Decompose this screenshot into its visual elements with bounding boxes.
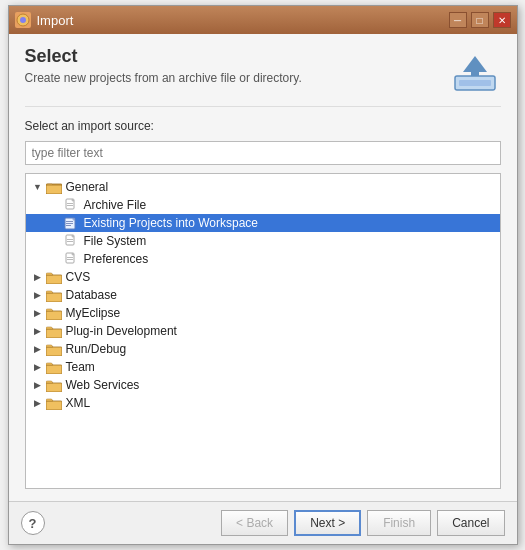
tree-item-run-debug[interactable]: Run/Debug [26,340,500,358]
tree-icon-existing-projects [64,216,80,230]
tree-arrow-web-services [32,379,44,391]
svg-rect-19 [67,257,73,258]
tree-item-cvs[interactable]: CVS [26,268,500,286]
tree-arrow-team [32,361,44,373]
svg-rect-14 [66,225,71,226]
tree-arrow-general [32,181,44,193]
tree-icon-file-system [64,234,80,248]
filter-input[interactable] [25,141,501,165]
header-icon [449,46,501,98]
tree-arrow-run-debug [32,343,44,355]
titlebar-left: Import [15,12,74,28]
svg-rect-9 [67,203,73,204]
svg-rect-27 [46,383,62,392]
tree-icon-archive-file [64,198,80,212]
close-button[interactable]: ✕ [493,12,511,28]
tree-icon-plugin-dev [46,325,62,338]
tree-item-myeclipse[interactable]: MyEclipse [26,304,500,322]
svg-point-1 [20,17,26,23]
tree-label-run-debug: Run/Debug [66,342,127,356]
help-button[interactable]: ? [21,511,45,535]
svg-rect-21 [46,275,62,284]
tree-label-team: Team [66,360,95,374]
tree-item-web-services[interactable]: Web Services [26,376,500,394]
source-label: Select an import source: [25,119,501,133]
maximize-button[interactable]: □ [471,12,489,28]
window-controls: ─ □ ✕ [449,12,511,28]
tree-label-archive-file: Archive File [84,198,147,212]
tree-item-team[interactable]: Team [26,358,500,376]
footer-buttons: < Back Next > Finish Cancel [221,510,504,536]
svg-rect-17 [67,241,73,242]
cancel-button[interactable]: Cancel [437,510,504,536]
svg-rect-22 [46,293,62,302]
tree-icon-general [46,181,62,194]
app-icon [15,12,31,28]
tree-item-archive-file[interactable]: Archive File [26,196,500,214]
header-section: Select Create new projects from an archi… [25,46,501,107]
tree-arrow-xml [32,397,44,409]
back-button[interactable]: < Back [221,510,288,536]
tree-label-web-services: Web Services [66,378,140,392]
import-dialog: Import ─ □ ✕ Select Create new projects … [8,5,518,545]
tree-label-cvs: CVS [66,270,91,284]
minimize-button[interactable]: ─ [449,12,467,28]
svg-rect-13 [66,223,73,224]
tree-icon-web-services [46,379,62,392]
svg-rect-28 [46,401,62,410]
tree-item-file-system[interactable]: File System [26,232,500,250]
footer-left: ? [21,511,45,535]
page-title: Select [25,46,302,67]
tree-label-existing-projects: Existing Projects into Workspace [84,216,259,230]
svg-rect-12 [66,221,73,222]
page-subtitle: Create new projects from an archive file… [25,71,302,85]
tree-item-database[interactable]: Database [26,286,500,304]
tree-label-file-system: File System [84,234,147,248]
tree-item-existing-projects[interactable]: Existing Projects into Workspace [26,214,500,232]
finish-button[interactable]: Finish [367,510,431,536]
svg-rect-20 [67,259,73,260]
tree-arrow-database [32,289,44,301]
tree-arrow-cvs [32,271,44,283]
next-button[interactable]: Next > [294,510,361,536]
svg-rect-26 [46,365,62,374]
svg-rect-10 [67,205,73,206]
svg-rect-16 [67,239,73,240]
tree-icon-database [46,289,62,302]
footer: ? < Back Next > Finish Cancel [9,501,517,544]
svg-rect-7 [46,185,62,194]
header-text: Select Create new projects from an archi… [25,46,302,85]
tree-icon-preferences [64,252,80,266]
dialog-content: Select Create new projects from an archi… [9,34,517,501]
tree-arrow-plugin-dev [32,325,44,337]
tree-label-database: Database [66,288,117,302]
tree-icon-run-debug [46,343,62,356]
tree-label-plugin-dev: Plug-in Development [66,324,177,338]
tree-icon-team [46,361,62,374]
tree-item-preferences[interactable]: Preferences [26,250,500,268]
svg-rect-23 [46,311,62,320]
tree-icon-myeclipse [46,307,62,320]
tree-label-xml: XML [66,396,91,410]
svg-rect-3 [459,80,491,86]
tree-container[interactable]: General Archive File Existing Projects i… [25,173,501,489]
tree-item-plugin-dev[interactable]: Plug-in Development [26,322,500,340]
titlebar: Import ─ □ ✕ [9,6,517,34]
tree-icon-cvs [46,271,62,284]
tree-item-general[interactable]: General [26,178,500,196]
tree-icon-xml [46,397,62,410]
tree-label-general: General [66,180,109,194]
svg-rect-25 [46,347,62,356]
tree-item-xml[interactable]: XML [26,394,500,412]
tree-label-myeclipse: MyEclipse [66,306,121,320]
window-title: Import [37,13,74,28]
svg-rect-5 [471,64,479,76]
svg-rect-24 [46,329,62,338]
tree-arrow-myeclipse [32,307,44,319]
tree-label-preferences: Preferences [84,252,149,266]
